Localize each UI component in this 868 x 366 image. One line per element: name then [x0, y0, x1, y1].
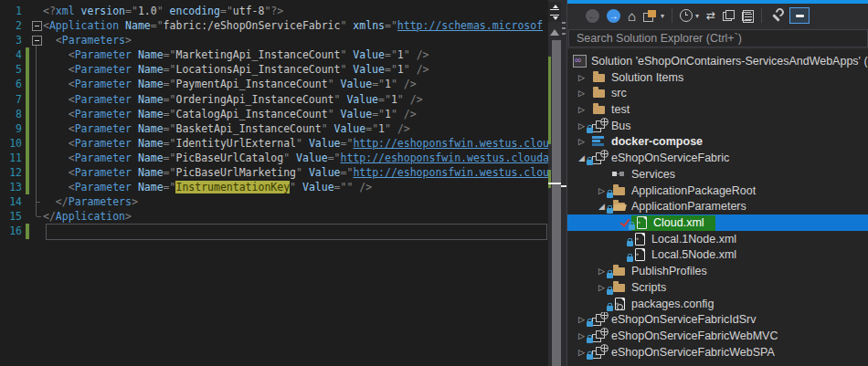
code-text[interactable]: </Parameters>: [43, 194, 548, 209]
tree-item-bus[interactable]: ▷Bus: [567, 118, 868, 134]
code-text[interactable]: <Parameter Name="IdentityUrlExternal" Va…: [43, 136, 548, 151]
collapse-all-button[interactable]: [723, 10, 735, 21]
line-number: 8: [0, 107, 26, 121]
tree-item-eshoponservicefabricidsrv[interactable]: ▷eShopOnServiceFabricIdSrv: [567, 312, 868, 329]
line-number: 1: [0, 4, 26, 18]
globe-icon: [600, 328, 609, 336]
preview-selected-items-toggle[interactable]: [789, 7, 810, 24]
code-text[interactable]: <Parameter Name="MarketingApi_InstanceCo…: [43, 47, 548, 62]
collapse-box-icon[interactable]: [32, 36, 42, 46]
tree-item-services[interactable]: Services: [567, 166, 868, 183]
search-input[interactable]: [568, 29, 868, 47]
tree-item-solution-eshoponcontainers-servicesandwebapps-3[interactable]: Solution 'eShopOnContainers-ServicesAndW…: [567, 53, 868, 69]
chevron-collapsed-icon[interactable]: ▷: [578, 137, 591, 146]
code-line-15[interactable]: 15</Application>: [0, 209, 548, 224]
tree-item-scripts[interactable]: ▷Scripts: [567, 279, 868, 296]
xmlfile-icon: [631, 248, 648, 261]
switch-views-button[interactable]: [643, 10, 658, 22]
scroll-up-arrow-icon[interactable]: [550, 29, 559, 36]
code-text[interactable]: <Parameter Name="PaymentApi_InstanceCoun…: [43, 77, 548, 91]
tree-item-label: ApplicationParameters: [631, 200, 746, 213]
code-text[interactable]: <Parameter Name="InstrumentationKey" Val…: [43, 180, 548, 194]
code-line-7[interactable]: 7 <Parameter Name="OrderingApi_InstanceC…: [0, 92, 548, 107]
current-line-highlight: [46, 224, 547, 240]
fold-margin: [29, 18, 43, 33]
tree-item-test[interactable]: ▷test: [567, 101, 868, 118]
home-button[interactable]: ⌂: [628, 8, 636, 24]
tree-item-local-5node-xml[interactable]: Local.5Node.xml: [567, 247, 868, 264]
code-text[interactable]: <Parameter Name="CatalogApi_InstanceCoun…: [43, 107, 548, 121]
tree-item-src[interactable]: ▷src: [567, 85, 868, 101]
home-icon: ⌂: [628, 8, 636, 24]
line-number: 2: [0, 18, 26, 33]
line-number: 7: [0, 92, 26, 107]
tree-item-eshoponservicefabric[interactable]: ◢eShopOnServiceFabric: [567, 150, 868, 166]
code-text[interactable]: <Parameter Name="PicBaseUrlMarketing" Va…: [43, 165, 548, 180]
code-line-8[interactable]: 8 <Parameter Name="CatalogApi_InstanceCo…: [0, 107, 548, 121]
code-line-10[interactable]: 10 <Parameter Name="IdentityUrlExternal"…: [0, 136, 548, 151]
sync-icon: ⇄: [706, 9, 715, 22]
code-text[interactable]: <Application Name="fabric:/eShopOnServic…: [43, 18, 548, 33]
code-text[interactable]: <Parameter Name="LocationsApi_InstanceCo…: [43, 62, 548, 77]
tree-item-label: eShopOnServiceFabricWebMVC: [611, 329, 778, 342]
tree-item-label: eShopOnServiceFabric: [611, 152, 729, 164]
code-text[interactable]: <Parameter Name="BasketApi_InstanceCount…: [43, 121, 548, 136]
editor-scrollbar[interactable]: [548, 0, 561, 366]
line-number: 12: [0, 165, 26, 180]
code-line-13[interactable]: 13 <Parameter Name="InstrumentationKey" …: [0, 180, 548, 194]
tree-item-docker-compose[interactable]: ▷docker-compose: [567, 134, 868, 151]
tree-item-publishprofiles[interactable]: ▷PublishProfiles: [567, 263, 868, 279]
code-line-11[interactable]: 11 <Parameter Name="PicBaseUrlCatalog" V…: [0, 151, 548, 165]
chevron-collapsed-icon[interactable]: ▷: [578, 73, 591, 82]
tree-item-eshoponservicefabricwebmvc[interactable]: ▷eShopOnServiceFabricWebMVC: [567, 328, 868, 344]
tree-item-label: docker-compose: [611, 135, 703, 148]
wrench-icon: [769, 9, 782, 22]
tree-item-solution-items[interactable]: ▷Solution Items: [567, 69, 868, 86]
code-line-2[interactable]: 2<Application Name="fabric:/eShopOnServi…: [0, 18, 548, 33]
chevron-collapsed-icon[interactable]: ▷: [578, 89, 591, 98]
code-line-14[interactable]: 14 </Parameters>: [0, 194, 548, 209]
chevron-collapsed-icon[interactable]: ▷: [578, 105, 591, 114]
change-annotation-mark: [548, 57, 551, 144]
code-text[interactable]: <?xml version="1.0" encoding="utf-8"?>: [43, 4, 548, 18]
code-editor[interactable]: 1<?xml version="1.0" encoding="utf-8"?>2…: [0, 0, 548, 366]
line-number: 10: [0, 136, 26, 151]
properties-button[interactable]: [769, 9, 782, 22]
code-text[interactable]: <Parameters>: [43, 33, 548, 47]
folder-icon: [591, 87, 608, 99]
sfproj-icon: [591, 313, 608, 326]
lock-icon: [629, 225, 635, 230]
collapse-box-icon[interactable]: [32, 21, 42, 31]
folder-icon: [611, 265, 628, 277]
code-text[interactable]: </Application>: [43, 209, 548, 224]
show-all-files-button[interactable]: [742, 10, 754, 21]
code-text[interactable]: <Parameter Name="OrderingApi_InstanceCou…: [43, 92, 548, 107]
code-line-9[interactable]: 9 <Parameter Name="BasketApi_InstanceCou…: [0, 121, 548, 136]
code-text[interactable]: <Parameter Name="PicBaseUrlCatalog" Valu…: [43, 151, 548, 165]
code-line-5[interactable]: 5 <Parameter Name="LocationsApi_Instance…: [0, 62, 548, 77]
xml-file-icon: [635, 233, 645, 246]
tree-item-applicationpackageroot[interactable]: ▷ApplicationPackageRoot: [567, 183, 868, 199]
scrollbar-split-grip[interactable]: [548, 2, 561, 22]
filter-dropdown[interactable]: ▾: [695, 12, 699, 20]
code-line-6[interactable]: 6 <Parameter Name="PaymentApi_InstanceCo…: [0, 77, 548, 91]
code-line-12[interactable]: 12 <Parameter Name="PicBaseUrlMarketing"…: [0, 165, 548, 180]
pending-changes-filter-button[interactable]: [680, 9, 693, 22]
tree-item-packages-config[interactable]: packages.config: [567, 296, 868, 312]
tree-item-eshoponservicefabricwebspa[interactable]: ▷eShopOnServiceFabricWebSPA: [567, 344, 868, 361]
lock-icon: [607, 289, 613, 295]
scrollbar-thumb[interactable]: [552, 40, 561, 366]
tree-item-cloud-xml[interactable]: Cloud.xml: [567, 214, 868, 231]
lock-icon: [607, 193, 613, 198]
switch-views-dropdown[interactable]: ▾: [661, 12, 664, 20]
code-line-1[interactable]: 1<?xml version="1.0" encoding="utf-8"?>: [0, 4, 548, 18]
tree-item-label: ApplicationPackageRoot: [631, 184, 756, 197]
code-line-4[interactable]: 4 <Parameter Name="MarketingApi_Instance…: [0, 47, 548, 62]
back-button[interactable]: ←: [586, 9, 599, 23]
tree-item-applicationparameters[interactable]: ◢ApplicationParameters: [567, 198, 868, 214]
sync-with-active-document-button[interactable]: ⇄: [706, 9, 715, 22]
outline-guide-tick: [37, 202, 40, 203]
code-line-3[interactable]: 3 <Parameters>: [0, 33, 548, 47]
forward-button[interactable]: →: [607, 9, 620, 23]
tree-item-local-1node-xml[interactable]: Local.1Node.xml: [567, 231, 868, 247]
